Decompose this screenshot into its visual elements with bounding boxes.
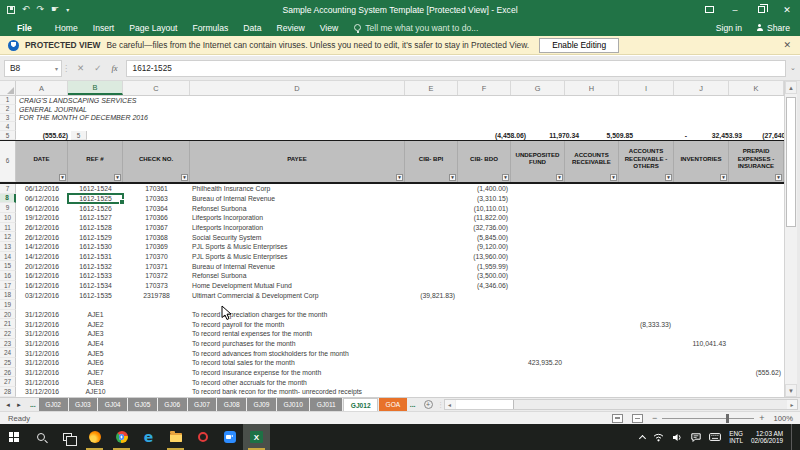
- sheet-nav-right-icon[interactable]: ►: [16, 402, 22, 408]
- scroll-down-icon[interactable]: ▼: [785, 384, 797, 397]
- save-icon[interactable]: [7, 6, 15, 14]
- column-header-D[interactable]: D: [190, 81, 405, 95]
- cell-f18[interactable]: [458, 290, 511, 300]
- cell-f7[interactable]: (1,400.00): [458, 184, 511, 194]
- row-header-14[interactable]: 14: [0, 252, 16, 262]
- filter-dropdown-icon[interactable]: ▾: [775, 174, 782, 181]
- cell-i24[interactable]: [619, 348, 674, 358]
- cell-k8[interactable]: [729, 194, 784, 204]
- cell-d26[interactable]: To record insurance expense for the mont…: [190, 368, 405, 378]
- cell-i15[interactable]: [619, 261, 674, 271]
- cell-b15[interactable]: 1612-1532: [68, 261, 123, 271]
- row-header-1[interactable]: 1: [0, 96, 16, 105]
- row-header-5[interactable]: 5: [0, 131, 16, 140]
- row-header-12[interactable]: 12: [0, 232, 16, 242]
- cell-j21[interactable]: [674, 319, 729, 329]
- taskbar-clock[interactable]: 12:03 AM 02/06/2019: [751, 430, 783, 445]
- horizontal-scrollbar[interactable]: ◄ ►: [444, 399, 798, 410]
- sheet-tab-gj04[interactable]: GJ04: [98, 398, 127, 411]
- ribbon-display-options-icon[interactable]: [696, 0, 722, 19]
- opera-button[interactable]: [189, 424, 216, 450]
- cell-b10[interactable]: 1612-1527: [68, 213, 123, 223]
- cell-i25[interactable]: [619, 358, 674, 368]
- column-header-H[interactable]: H: [565, 81, 619, 95]
- totals-cell-b[interactable]: [139, 131, 194, 140]
- cancel-entry-icon[interactable]: ✕: [77, 63, 84, 73]
- name-box[interactable]: B8 ▾: [4, 60, 62, 77]
- cell-j28[interactable]: [674, 387, 729, 397]
- cell-a24[interactable]: 31/12/2016: [16, 348, 68, 358]
- sheet-nav-left-icon[interactable]: ◄: [5, 402, 11, 408]
- cell-a16[interactable]: 16/12/2016: [16, 271, 68, 281]
- column-header-B[interactable]: B: [68, 81, 123, 95]
- cell-i8[interactable]: [619, 194, 674, 204]
- doc-title-cell[interactable]: CRAIG'S LANDSCAPING SERVICES: [16, 96, 784, 105]
- cell-j25[interactable]: [674, 358, 729, 368]
- column-header-K[interactable]: K: [729, 81, 784, 95]
- row-header-11[interactable]: 11: [0, 223, 16, 233]
- cell-h26[interactable]: [565, 368, 619, 378]
- cell-h16[interactable]: [565, 271, 619, 281]
- cell-d17[interactable]: Home Development Mutual Fund: [190, 281, 405, 291]
- cell-a22[interactable]: 31/12/2016: [16, 329, 68, 339]
- ribbon-tab-file[interactable]: File: [9, 21, 40, 35]
- ribbon-tab-home[interactable]: Home: [55, 23, 78, 33]
- cell-d20[interactable]: To record depreciation charges for the m…: [190, 310, 405, 320]
- cell-h9[interactable]: [565, 203, 619, 213]
- cell-b8[interactable]: 1612-1525: [68, 194, 123, 204]
- task-view-button[interactable]: [54, 424, 81, 450]
- cell-a17[interactable]: 16/12/2016: [16, 281, 68, 291]
- cell-f26[interactable]: [458, 368, 511, 378]
- cell-i12[interactable]: [619, 232, 674, 242]
- cell-c26[interactable]: [123, 368, 190, 378]
- scroll-left-icon[interactable]: ◄: [445, 400, 455, 409]
- cell-k15[interactable]: [729, 261, 784, 271]
- cell-k12[interactable]: [729, 232, 784, 242]
- cell-c16[interactable]: 170372: [123, 271, 190, 281]
- row-header-19[interactable]: 19: [0, 300, 16, 310]
- cell-f27[interactable]: [458, 377, 511, 387]
- file-explorer-button[interactable]: [162, 424, 189, 450]
- column-label-e[interactable]: CIB- BPI▾: [405, 141, 458, 182]
- cell-c12[interactable]: 170368: [123, 232, 190, 242]
- cell-g24[interactable]: [511, 348, 565, 358]
- page-break-view-icon[interactable]: [632, 414, 643, 423]
- page-layout-view-icon[interactable]: [612, 414, 623, 423]
- cell-h22[interactable]: [565, 329, 619, 339]
- cell-h14[interactable]: [565, 252, 619, 262]
- cell-g11[interactable]: [511, 223, 565, 233]
- cell-a26[interactable]: 31/12/2016: [16, 368, 68, 378]
- sheet-tab-gj03[interactable]: GJ03: [69, 398, 98, 411]
- cell-f25[interactable]: [458, 358, 511, 368]
- cell-i17[interactable]: [619, 281, 674, 291]
- excel-taskbar-button[interactable]: X: [243, 424, 270, 450]
- row-header-10[interactable]: 10: [0, 213, 16, 223]
- cell-d8[interactable]: Bureau of Internal Revenue: [190, 194, 405, 204]
- cell-b18[interactable]: 1612-1535: [68, 290, 123, 300]
- cell-i21[interactable]: (8,333.33): [619, 319, 674, 329]
- row-header-8[interactable]: 8: [0, 194, 16, 204]
- column-label-a[interactable]: DATE▾: [16, 141, 68, 182]
- cell-c20[interactable]: [123, 310, 190, 320]
- cell-g9[interactable]: [511, 203, 565, 213]
- cell-i7[interactable]: [619, 184, 674, 194]
- restore-icon[interactable]: [748, 0, 774, 19]
- cell-e8[interactable]: [405, 194, 458, 204]
- cell-h24[interactable]: [565, 348, 619, 358]
- firefox-button[interactable]: [81, 424, 108, 450]
- cell-b16[interactable]: 1612-1533: [68, 271, 123, 281]
- cell-e27[interactable]: [405, 377, 458, 387]
- sheet-tab-gj08[interactable]: GJ08: [217, 398, 246, 411]
- cell-a7[interactable]: 06/12/2016: [16, 184, 68, 194]
- cell-i13[interactable]: [619, 242, 674, 252]
- cell-e26[interactable]: [405, 368, 458, 378]
- cell-d16[interactable]: Refonsel Surbona: [190, 271, 405, 281]
- row-header-3[interactable]: 3: [0, 114, 16, 123]
- row-header-25[interactable]: 25: [0, 358, 16, 368]
- zoom-in-icon[interactable]: +: [759, 414, 764, 423]
- show-desktop-button[interactable]: [791, 424, 794, 450]
- sheet-tab-gj05[interactable]: GJ05: [128, 398, 157, 411]
- cell-a21[interactable]: 31/12/2016: [16, 319, 68, 329]
- filter-dropdown-icon[interactable]: ▾: [665, 174, 672, 181]
- cell-k26[interactable]: (555.62): [729, 368, 784, 378]
